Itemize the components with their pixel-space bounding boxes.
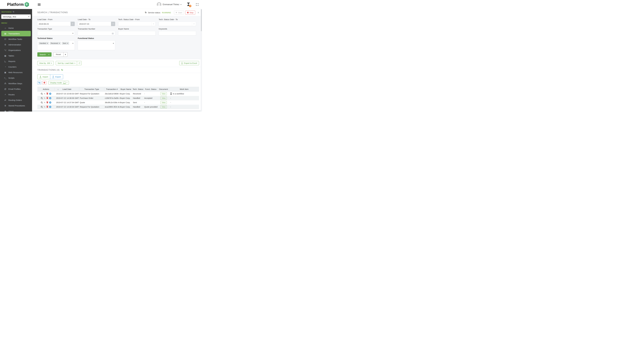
view-details-icon[interactable] xyxy=(41,106,42,108)
toggle-visibility-button[interactable] xyxy=(37,81,41,85)
sidebar-item-workflow-steps[interactable]: ⁂ Workflow Steps xyxy=(0,81,32,86)
transaction-type-select[interactable]: ▾ xyxy=(37,31,75,36)
load-date-to-input[interactable]: 2019-07-23 xyxy=(78,22,111,26)
reset-button[interactable]: Reset xyxy=(54,52,63,57)
service-status-value: RUNNING xyxy=(162,12,171,14)
transaction-number-input[interactable]: ▤ xyxy=(78,31,115,36)
database-icon: ≣ xyxy=(4,104,7,107)
tech-status-date-to-input[interactable] xyxy=(159,22,192,26)
column-header-document[interactable]: Document xyxy=(158,88,169,91)
table-row[interactable]: ✎ 2019-07-23 10:40:03 GMT Request For Qu… xyxy=(37,92,199,96)
clear-date-icon[interactable]: × xyxy=(192,22,196,26)
sort-by-value: Load Date xyxy=(65,62,74,64)
import-button[interactable]: ↥ Import xyxy=(37,74,50,79)
edit-icon[interactable]: ✎ xyxy=(44,93,46,95)
sidebar-item-scripts[interactable]: >_ Scripts xyxy=(0,75,32,81)
sidebar-item-reports[interactable]: ◺ Reports xyxy=(0,59,32,64)
table-row[interactable]: ✎ 2019-07-22 14:30:04 GMT Request For Qu… xyxy=(37,105,199,109)
sidebar-item-administration[interactable]: ⚙ Administration xyxy=(0,42,32,48)
sidebar-item-routes[interactable]: ⚡ Routes xyxy=(0,92,32,97)
transactions-refresh-icon[interactable]: ↻ xyxy=(61,69,63,71)
sidebar-item-organizations[interactable]: ⌥ Organizations xyxy=(0,48,32,53)
tech-status-date-from-input[interactable] xyxy=(118,22,152,26)
view-details-icon[interactable] xyxy=(41,97,42,99)
start-service-button[interactable]: Start xyxy=(174,11,184,15)
table-row[interactable]: ✎ 2019-07-22 14:37:54 GMT Quote 39c9fc1b… xyxy=(37,100,199,105)
sidebar-item-routing-orders[interactable]: ⇄ Routing Orders xyxy=(0,97,32,103)
clear-date-icon[interactable]: × xyxy=(111,22,115,26)
column-header-transaction-number[interactable]: Transaction # xyxy=(104,88,120,91)
column-header-funct-status[interactable]: Funct. Status xyxy=(144,88,158,91)
remove-tag-icon[interactable]: × xyxy=(47,42,48,44)
run-icon[interactable] xyxy=(49,101,51,104)
export-button[interactable]: ↧ Export xyxy=(50,74,63,79)
column-header-work-item[interactable]: Work Item xyxy=(169,88,199,91)
menu-toggle-icon[interactable] xyxy=(38,4,40,6)
header-right: Emmanuel Thiriez ▾ 5 xyxy=(157,2,202,7)
reset-dropdown-icon[interactable]: ▾ xyxy=(63,52,67,57)
delete-icon[interactable] xyxy=(47,102,48,103)
column-header-buyer-name[interactable]: Buyer Name xyxy=(120,88,132,91)
scrollbar-thumb[interactable] xyxy=(201,9,202,31)
delete-icon[interactable] xyxy=(47,93,48,95)
clear-date-icon[interactable]: × xyxy=(152,22,156,26)
column-header-tech-status[interactable]: Tech. Status xyxy=(132,88,144,91)
buyer-name-input[interactable] xyxy=(118,31,156,36)
instance-select[interactable]: DemoApp_Test ▾ xyxy=(1,15,31,19)
collapse-panel-icon[interactable]: ∧ xyxy=(198,11,199,14)
edit-icon[interactable]: ✎ xyxy=(44,106,46,108)
run-icon[interactable] xyxy=(49,93,51,95)
clear-date-icon[interactable]: × xyxy=(70,22,75,26)
user-menu[interactable]: Emmanuel Thiriez ▾ xyxy=(157,2,181,7)
vertical-scrollbar[interactable] xyxy=(201,9,202,112)
edit-icon[interactable]: ✎ xyxy=(44,97,46,99)
delete-icon[interactable] xyxy=(47,97,48,99)
sidebar-item-counters[interactable]: ◔ Counters xyxy=(0,64,32,70)
view-document-button[interactable]: View xyxy=(160,101,167,104)
delete-icon[interactable] xyxy=(47,106,48,108)
sidebar-item-views[interactable]: ◉ Views xyxy=(0,108,32,112)
clear-button[interactable] xyxy=(42,81,46,85)
sidebar-item-transactions[interactable]: ▤ Transactions xyxy=(1,31,31,36)
functional-status-multiselect[interactable]: ▾ xyxy=(78,41,115,50)
run-icon[interactable] xyxy=(49,97,51,99)
eye-slash-icon xyxy=(38,82,40,83)
sidebar-item-workflow-tasks[interactable]: ☑ Workflow Tasks xyxy=(0,36,32,42)
column-header-actions[interactable]: Actions xyxy=(37,88,55,91)
sidebar-item-tables[interactable]: ▦ Tables xyxy=(0,53,32,59)
start-label: Start xyxy=(178,12,182,14)
remove-tag-icon[interactable]: × xyxy=(67,42,68,44)
column-header-load-date[interactable]: ↓ Load Date xyxy=(55,88,79,91)
view-document-button[interactable]: View xyxy=(160,105,167,108)
run-icon[interactable] xyxy=(49,106,51,108)
view-by-button[interactable]: View by 200 ▾ xyxy=(37,61,54,65)
sidebar-item-label: Home xyxy=(8,27,14,29)
sort-direction-button[interactable]: ↑AZ xyxy=(77,61,82,65)
pending-tasks-button[interactable]: 5 xyxy=(187,3,190,7)
view-details-icon[interactable] xyxy=(41,102,42,103)
export-excel-button[interactable]: x Export to Excel xyxy=(179,61,199,65)
views-icon: ◉ xyxy=(4,110,7,112)
column-header-transaction-type[interactable]: Transaction Type xyxy=(79,88,104,91)
keywords-input[interactable] xyxy=(159,31,196,36)
instance-refresh-icon[interactable]: ↻ xyxy=(13,11,14,13)
service-refresh-icon[interactable]: ↻ xyxy=(145,11,147,14)
sidebar-item-web-resources[interactable]: ▣ Web Resources xyxy=(0,70,32,75)
fullscreen-icon[interactable] xyxy=(196,3,198,6)
load-date-from-input[interactable]: 2019-06-23 xyxy=(37,22,70,26)
view-document-button[interactable]: View xyxy=(160,92,167,95)
display-mode-button[interactable]: Display mode: ▾ xyxy=(48,81,69,85)
sidebar-item-stored-procedures[interactable]: ≣ Stored Procedures xyxy=(0,103,32,108)
eraser-icon xyxy=(43,82,46,84)
view-document-button[interactable]: View xyxy=(160,97,167,100)
view-details-icon[interactable] xyxy=(41,93,42,95)
search-button[interactable]: Search ▾ xyxy=(37,52,52,57)
technical-status-multiselect[interactable]: Handled × Received × Sent × ▾ xyxy=(37,41,75,50)
sidebar-item-home[interactable]: ⌂ Home xyxy=(0,25,32,31)
sidebar-item-email-profiles[interactable]: @ Email Profiles xyxy=(0,86,32,92)
remove-tag-icon[interactable]: × xyxy=(59,42,60,44)
stop-service-button[interactable]: Stop xyxy=(185,11,195,15)
edit-icon[interactable]: ✎ xyxy=(44,102,46,103)
table-row[interactable]: ✎ 2019-07-22 14:38:06 GMT Purchase Order… xyxy=(37,96,199,100)
sort-by-button[interactable]: Sort by Load Date ▾ xyxy=(56,61,77,65)
